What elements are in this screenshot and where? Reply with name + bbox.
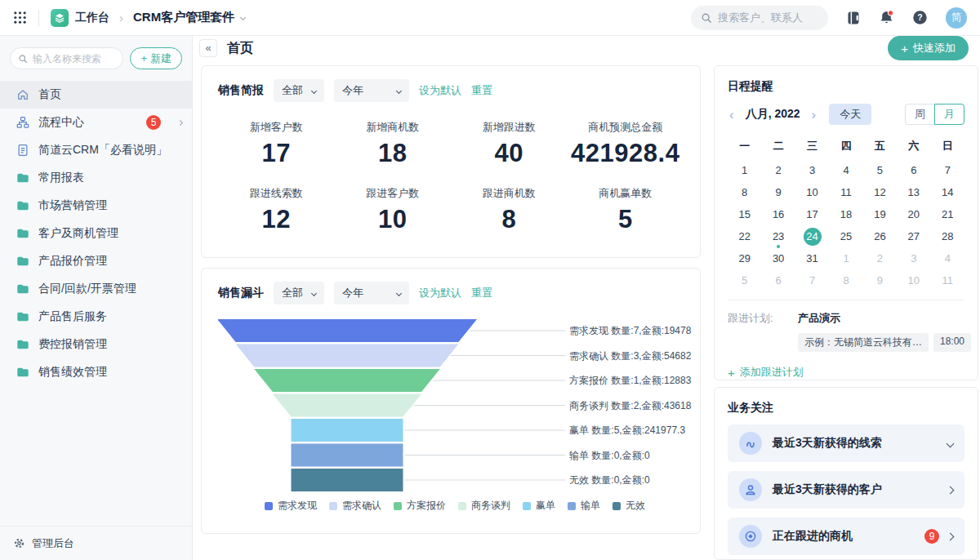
legend-item[interactable]: 需求发现: [265, 499, 317, 513]
calendar-day[interactable]: 31: [795, 247, 829, 269]
sidebar-item[interactable]: 流程中心5: [0, 109, 192, 136]
calendar-day[interactable]: 10: [795, 181, 829, 203]
focus-item[interactable]: 正在跟进的商机9: [728, 518, 964, 555]
calendar-day[interactable]: 24: [795, 225, 829, 247]
week-toggle[interactable]: 周: [905, 104, 935, 125]
quick-add-button[interactable]: + 快速添加: [888, 36, 969, 60]
plan-title[interactable]: 产品演示: [798, 311, 971, 326]
calendar-day[interactable]: 5: [728, 269, 761, 291]
calendar-day[interactable]: 11: [829, 181, 862, 203]
chevron-right-icon[interactable]: [177, 119, 183, 125]
calendar-day[interactable]: 2: [863, 247, 897, 269]
sales-brief-scope-select[interactable]: 全部: [274, 79, 324, 102]
calendar-day[interactable]: 30: [761, 247, 795, 269]
calendar-day[interactable]: 29: [728, 247, 761, 269]
calendar-day[interactable]: 15: [728, 203, 761, 225]
calendar-day[interactable]: 27: [897, 225, 930, 247]
calendar-day[interactable]: 1: [829, 247, 862, 269]
calendar-day[interactable]: 1: [728, 159, 761, 181]
calendar-day[interactable]: 7: [931, 159, 964, 181]
calendar-day[interactable]: 28: [931, 225, 964, 247]
app-title-caret-icon[interactable]: [240, 15, 246, 20]
admin-console-button[interactable]: 管理后台: [0, 526, 192, 560]
today-button[interactable]: 今天: [829, 104, 871, 125]
calendar-day[interactable]: 6: [897, 159, 930, 181]
notifications-bell-icon[interactable]: [879, 10, 894, 25]
calendar-day[interactable]: 18: [829, 203, 862, 225]
calendar-day[interactable]: 10: [897, 269, 930, 291]
calendar-day[interactable]: 11: [931, 269, 964, 291]
sidebar-item[interactable]: 市场营销管理: [0, 192, 192, 220]
focus-item[interactable]: 最近3天新获得的线索: [728, 424, 964, 462]
sales-brief-period-select[interactable]: 今年: [334, 79, 409, 102]
prev-month-icon[interactable]: ‹: [728, 108, 736, 122]
calendar-day[interactable]: 7: [795, 269, 829, 291]
calendar-day[interactable]: 25: [829, 225, 862, 247]
sidebar-item[interactable]: 简道云CRM「必看说明」: [0, 136, 192, 164]
day-number: 13: [908, 186, 920, 198]
calendar-day[interactable]: 20: [897, 203, 930, 225]
sidebar-item[interactable]: 首页: [0, 81, 192, 109]
calendar-day[interactable]: 12: [863, 181, 897, 203]
calendar-day[interactable]: 17: [795, 203, 829, 225]
calendar-day[interactable]: 9: [863, 269, 897, 291]
sidebar-item[interactable]: 产品报价管理: [0, 247, 192, 275]
sidebar-item[interactable]: 费控报销管理: [0, 331, 192, 358]
customer-icon: [739, 478, 762, 501]
calendar-day[interactable]: 21: [931, 203, 964, 225]
sidebar-item[interactable]: 常用报表: [0, 164, 192, 192]
calendar-day[interactable]: 5: [863, 159, 897, 181]
calendar-day[interactable]: 4: [931, 247, 964, 269]
sidebar-collapse-icon[interactable]: «: [199, 39, 217, 57]
user-avatar[interactable]: 简: [946, 7, 967, 29]
calendar-day[interactable]: 2: [761, 159, 795, 181]
calendar-day[interactable]: 9: [761, 181, 795, 203]
calendar-day[interactable]: 16: [761, 203, 795, 225]
app-title[interactable]: CRM客户管理套件: [133, 10, 234, 25]
apps-grid-icon[interactable]: [13, 11, 27, 24]
help-icon[interactable]: ?: [912, 10, 928, 25]
reset-link[interactable]: 重置: [471, 83, 492, 98]
workspace-label[interactable]: 工作台: [75, 11, 109, 25]
calendar-day[interactable]: 22: [728, 225, 761, 247]
calendar-day[interactable]: 8: [728, 181, 761, 203]
reset-link[interactable]: 重置: [471, 286, 492, 300]
calendar-day[interactable]: 4: [829, 159, 862, 181]
legend-item[interactable]: 无效: [612, 499, 645, 513]
calendar-day[interactable]: 3: [897, 247, 930, 269]
new-button[interactable]: + 新建: [130, 47, 182, 69]
legend-item[interactable]: 赢单: [523, 499, 555, 513]
legend-item[interactable]: 方案报价: [394, 499, 446, 513]
add-plan-link[interactable]: + 添加跟进计划: [728, 365, 964, 380]
sidebar-item[interactable]: 客户及商机管理: [0, 220, 192, 247]
sales-funnel-scope-select[interactable]: 全部: [274, 282, 324, 304]
set-default-link[interactable]: 设为默认: [419, 83, 461, 98]
sidebar-item[interactable]: 产品售后服务: [0, 303, 192, 331]
calendar-day[interactable]: 23: [761, 225, 795, 247]
focus-item[interactable]: 最近3天新获得的客户: [728, 471, 964, 509]
next-month-icon[interactable]: ›: [810, 108, 818, 122]
sidebar-item[interactable]: 合同/回款/开票管理: [0, 275, 192, 303]
global-search[interactable]: [691, 6, 828, 30]
day-number: 5: [877, 164, 883, 176]
sales-funnel-period-select[interactable]: 今年: [334, 282, 409, 304]
sidebar-search-input[interactable]: [33, 53, 115, 64]
calendar-day[interactable]: 6: [761, 269, 795, 291]
address-book-icon[interactable]: [846, 11, 861, 25]
legend-item[interactable]: 需求确认: [329, 499, 381, 513]
month-toggle[interactable]: 月: [934, 104, 964, 125]
calendar-day[interactable]: 8: [829, 269, 862, 291]
calendar-day[interactable]: 26: [863, 225, 897, 247]
global-search-input[interactable]: [718, 11, 818, 24]
calendar-day[interactable]: 19: [863, 203, 897, 225]
sidebar-item[interactable]: 销售绩效管理: [0, 358, 192, 386]
calendar-day[interactable]: 13: [897, 181, 930, 203]
calendar-day[interactable]: 14: [931, 181, 964, 203]
set-default-link[interactable]: 设为默认: [419, 286, 461, 300]
legend-item[interactable]: 商务谈判: [458, 499, 510, 513]
calendar-day[interactable]: 3: [795, 159, 829, 181]
sidebar-search[interactable]: [10, 47, 123, 69]
plan-detail-pill[interactable]: 示例：无锡简道云科技有限...: [798, 333, 929, 352]
legend-item[interactable]: 输单: [568, 499, 600, 513]
app-logo-icon[interactable]: [51, 9, 69, 27]
